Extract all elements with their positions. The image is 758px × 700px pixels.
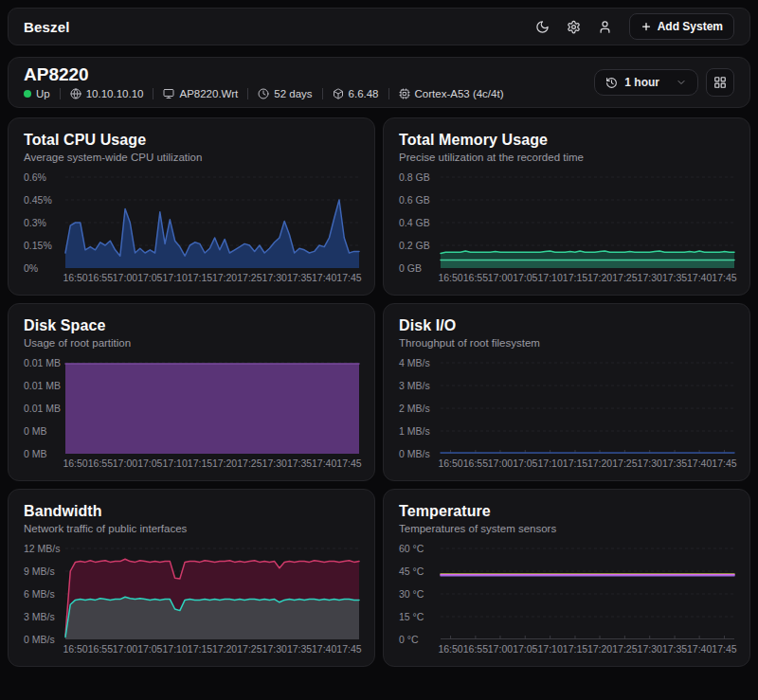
add-system-button[interactable]: Add System (629, 13, 734, 40)
settings-button[interactable] (567, 20, 581, 34)
memory-chart[interactable]: 0.8 GB0.6 GB0.4 GB0.2 GB0 GB 16:5016:551… (399, 177, 734, 285)
top-navbar: Beszel Add System (8, 8, 750, 45)
y-tick-label: 0 MB (24, 425, 47, 437)
divider (153, 88, 153, 99)
x-tick-label: 16:50 (438, 458, 462, 469)
y-tick-label: 3 MB/s (24, 611, 55, 622)
x-tick-label: 17:15 (188, 458, 212, 469)
y-tick-label: 30 °C (399, 588, 424, 600)
x-tick-label: 17:20 (587, 458, 612, 469)
cpu-chart[interactable]: 0.6%0.45%0.3%0.15%0% 16:5016:5517:0017:0… (24, 177, 359, 285)
disk-space-chart[interactable]: 0.01 MB0.01 MB0.01 MB0 MB0 MB 16:5016:55… (24, 363, 359, 471)
user-icon (598, 20, 612, 34)
x-tick-label: 17:25 (237, 458, 262, 469)
x-tick-label: 17:40 (312, 458, 336, 469)
user-menu-button[interactable] (598, 20, 612, 34)
chart-subtitle: Throughput of root filesystem (399, 337, 734, 349)
plot-area[interactable] (65, 363, 359, 454)
y-tick-label: 0 MB/s (399, 448, 430, 459)
x-tick-label: 17:35 (287, 458, 312, 469)
layout-grid-button[interactable] (706, 68, 734, 97)
y-tick-label: 15 °C (399, 611, 424, 622)
topbar-actions: Add System (535, 13, 734, 40)
x-tick-label: 17:10 (162, 643, 187, 655)
kernel-label: 6.6.48 (349, 88, 379, 99)
x-tick-label: 17:20 (212, 272, 237, 283)
x-axis-labels: 16:5016:5517:0017:0517:1017:1517:2017:25… (65, 268, 359, 285)
time-range-select[interactable]: 1 hour (594, 69, 698, 96)
x-axis-labels: 16:5016:5517:0017:0517:1017:1517:2017:25… (441, 454, 734, 471)
x-tick-label: 17:35 (287, 272, 312, 283)
x-tick-label: 17:45 (712, 458, 736, 469)
brand-logo[interactable]: Beszel (24, 19, 70, 35)
x-tick-label: 17:05 (137, 643, 162, 655)
x-tick-label: 17:05 (513, 458, 537, 469)
cpu-plot-svg (65, 177, 359, 268)
y-tick-label: 0.01 MB (24, 403, 61, 414)
x-tick-label: 17:35 (662, 272, 687, 283)
x-tick-label: 16:50 (438, 272, 462, 283)
x-tick-label: 16:50 (63, 643, 87, 655)
y-axis-labels: 60 °C45 °C30 °C15 °C0 °C (399, 548, 441, 639)
x-tick-label: 17:05 (513, 643, 537, 655)
page: Beszel Add System AP8220 Up (0, 0, 758, 700)
x-axis-labels: 16:5016:5517:0017:0517:1017:1517:2017:25… (65, 639, 359, 656)
x-tick-label: 17:20 (212, 643, 237, 655)
temperature-chart[interactable]: 60 °C45 °C30 °C15 °C0 °C 16:5016:5517:00… (399, 548, 734, 656)
x-tick-label: 17:45 (336, 458, 361, 469)
x-tick-label: 17:30 (638, 272, 662, 283)
chart-subtitle: Average system-wide CPU utilization (24, 152, 359, 163)
chart-subtitle: Precise utilization at the recorded time (399, 152, 734, 163)
plus-icon (641, 21, 652, 32)
y-tick-label: 45 °C (399, 565, 424, 577)
chart-title: Disk I/O (399, 317, 734, 334)
x-tick-label: 17:30 (638, 643, 662, 655)
y-tick-label: 6 MB/s (24, 588, 55, 600)
theme-toggle-button[interactable] (535, 20, 550, 34)
chart-card-disk-io: Disk I/O Throughput of root filesystem 4… (383, 303, 750, 481)
system-header-card: AP8220 Up 10.10.10.10 AP8220.Wrt (8, 57, 750, 108)
x-tick-label: 17:40 (687, 272, 712, 283)
system-controls: 1 hour (594, 68, 734, 97)
y-tick-label: 0.6% (24, 171, 46, 183)
chip-item: Cortex-A53 (4c/4t) (399, 88, 504, 99)
plot-area[interactable] (65, 548, 359, 639)
plot-area[interactable] (441, 177, 734, 268)
plot-area[interactable] (441, 548, 734, 639)
chart-title: Temperature (399, 503, 734, 520)
y-tick-label: 60 °C (399, 543, 424, 554)
divider (322, 88, 323, 99)
divider (60, 88, 61, 99)
y-axis-labels: 4 MB/s3 MB/s2 MB/s1 MB/s0 MB/s (399, 363, 441, 454)
y-tick-label: 0.6 GB (399, 194, 430, 206)
kernel-item: 6.6.48 (333, 88, 379, 99)
x-tick-label: 17:30 (638, 458, 662, 469)
chart-subtitle: Usage of root partition (24, 337, 359, 349)
x-tick-label: 17:15 (563, 458, 587, 469)
x-tick-label: 17:15 (188, 643, 212, 655)
uptime-label: 52 days (274, 88, 312, 99)
x-tick-label: 17:05 (513, 272, 537, 283)
y-tick-label: 1 MB/s (399, 425, 430, 437)
x-tick-label: 17:00 (488, 458, 513, 469)
add-system-label: Add System (658, 20, 723, 33)
disk-io-chart[interactable]: 4 MB/s3 MB/s2 MB/s1 MB/s0 MB/s 16:5016:5… (399, 363, 734, 471)
x-tick-label: 16:55 (463, 643, 488, 655)
gear-icon (567, 20, 581, 34)
x-tick-label: 16:55 (463, 458, 488, 469)
ip-label: 10.10.10.10 (86, 88, 144, 99)
bandwidth-chart[interactable]: 12 MB/s9 MB/s6 MB/s3 MB/s0 MB/s 16:5016:… (24, 548, 359, 656)
y-tick-label: 2 MB/s (399, 403, 430, 414)
chip-label: Cortex-A53 (4c/4t) (415, 88, 504, 99)
x-tick-label: 17:10 (162, 272, 187, 283)
x-tick-label: 17:15 (188, 272, 212, 283)
plot-area[interactable] (65, 177, 359, 268)
time-range-value: 1 hour (624, 76, 659, 89)
x-tick-label: 17:30 (262, 458, 287, 469)
plot-area[interactable] (441, 363, 734, 454)
temperature-plot-svg (441, 548, 734, 639)
x-tick-label: 17:30 (262, 643, 287, 655)
x-tick-label: 17:15 (563, 643, 587, 655)
y-tick-label: 0.15% (24, 240, 52, 251)
y-tick-label: 3 MB/s (399, 380, 430, 391)
